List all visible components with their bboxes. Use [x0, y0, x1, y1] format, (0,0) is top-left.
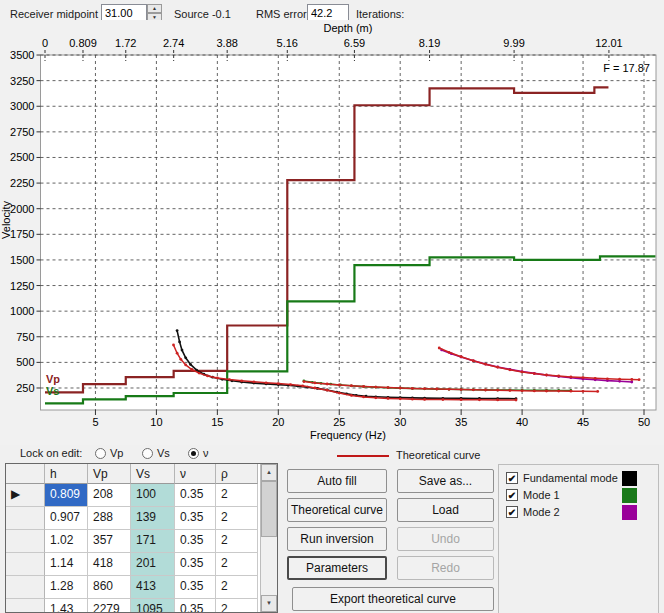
- svg-text:25: 25: [333, 416, 345, 428]
- svg-text:30: 30: [394, 416, 406, 428]
- column-header-2[interactable]: Vs: [131, 464, 175, 484]
- lock-radio-vs[interactable]: Vs: [142, 447, 170, 459]
- svg-text:1750: 1750: [10, 228, 34, 240]
- lock-radio-nu[interactable]: ν: [188, 447, 209, 459]
- table-cell[interactable]: 201: [131, 553, 175, 576]
- f-value-annotation: F = 17.87: [603, 62, 650, 74]
- table-cell[interactable]: 171: [131, 530, 175, 553]
- mode-row-mode-2[interactable]: ✔Mode 2: [506, 504, 651, 520]
- svg-text:3.88: 3.88: [216, 37, 237, 49]
- dispersion-chart: 5101520253035404550250500750100012501500…: [0, 20, 664, 445]
- scroll-up-icon[interactable]: ▲: [261, 464, 277, 481]
- table-cell[interactable]: 860: [88, 576, 131, 599]
- table-cell[interactable]: 139: [131, 507, 175, 530]
- spin-up-icon[interactable]: ▲: [147, 4, 162, 13]
- svg-text:Frequency (Hz): Frequency (Hz): [310, 429, 386, 441]
- svg-text:6.59: 6.59: [344, 37, 365, 49]
- iterations-label: Iterations:: [356, 8, 404, 20]
- mode-color-swatch: [622, 505, 637, 520]
- row-header[interactable]: [6, 599, 45, 613]
- undo-button: Undo: [397, 527, 494, 551]
- mode-row-fundamental-mode[interactable]: ✔Fundamental mode: [506, 470, 651, 486]
- table-cell[interactable]: 418: [88, 553, 131, 576]
- row-header[interactable]: [6, 553, 45, 576]
- checkbox-icon[interactable]: ✔: [506, 506, 518, 518]
- column-header-0[interactable]: h: [45, 464, 88, 484]
- svg-text:1500: 1500: [10, 254, 34, 266]
- table-cell[interactable]: 208: [88, 484, 131, 507]
- column-header-3[interactable]: ν: [175, 464, 216, 484]
- lock-on-edit-label: Lock on edit:: [20, 447, 82, 459]
- theoretical-curve-legend-line: [337, 455, 389, 457]
- svg-text:Velocity: Velocity: [0, 201, 12, 239]
- table-cell[interactable]: 0.35: [175, 507, 216, 530]
- svg-text:15: 15: [211, 416, 223, 428]
- table-cell[interactable]: 357: [88, 530, 131, 553]
- auto-fill-button[interactable]: Auto fill: [287, 469, 387, 493]
- radio-icon[interactable]: [188, 448, 199, 459]
- table-cell[interactable]: 1.14: [45, 553, 88, 576]
- checkbox-icon[interactable]: ✔: [506, 472, 518, 484]
- table-cell[interactable]: 0.35: [175, 530, 216, 553]
- svg-text:2250: 2250: [10, 177, 34, 189]
- table-cell[interactable]: 288: [88, 507, 131, 530]
- scroll-down-icon[interactable]: ▼: [261, 595, 277, 612]
- svg-text:250: 250: [16, 382, 34, 394]
- mode-color-swatch: [622, 488, 637, 503]
- save-as-button[interactable]: Save as...: [397, 469, 494, 493]
- column-header-4[interactable]: ρ: [216, 464, 258, 484]
- table-cell[interactable]: 1.02: [45, 530, 88, 553]
- table-cell[interactable]: 0.35: [175, 484, 216, 507]
- load-button[interactable]: Load: [397, 498, 494, 522]
- table-cell[interactable]: 0.907: [45, 507, 88, 530]
- svg-text:12.01: 12.01: [595, 37, 623, 49]
- checkbox-icon[interactable]: ✔: [506, 489, 518, 501]
- svg-text:20: 20: [272, 416, 284, 428]
- table-cell[interactable]: 413: [131, 576, 175, 599]
- row-header[interactable]: ▶: [6, 484, 45, 507]
- radio-icon[interactable]: [142, 448, 153, 459]
- row-header[interactable]: [6, 507, 45, 530]
- table-cell[interactable]: 0.35: [175, 599, 216, 613]
- table-cell[interactable]: 2: [216, 484, 258, 507]
- table-cell[interactable]: 0.809: [45, 484, 88, 507]
- table-scrollbar[interactable]: ▲▼: [260, 464, 277, 612]
- row-header[interactable]: [6, 530, 45, 553]
- run-inversion-button[interactable]: Run inversion: [287, 527, 387, 551]
- table-cell[interactable]: 0.35: [175, 553, 216, 576]
- row-header[interactable]: [6, 576, 45, 599]
- mode-row-mode-1[interactable]: ✔Mode 1: [506, 487, 651, 503]
- svg-text:3250: 3250: [10, 75, 34, 87]
- table-cell[interactable]: 2279: [88, 599, 131, 613]
- export-theoretical-curve-button[interactable]: Export theoretical curve: [292, 587, 494, 611]
- mode-label: Mode 1: [523, 489, 560, 501]
- svg-text:750: 750: [16, 331, 34, 343]
- svg-text:45: 45: [577, 416, 589, 428]
- table-cell[interactable]: 0.35: [175, 576, 216, 599]
- parameters-button[interactable]: Parameters: [287, 556, 387, 580]
- radio-icon[interactable]: [95, 448, 106, 459]
- table-cell[interactable]: 2: [216, 599, 258, 613]
- column-header-1[interactable]: Vp: [88, 464, 131, 484]
- theoretical-curve-button[interactable]: Theoretical curve: [287, 498, 387, 522]
- receiver-midpoint-label: Receiver midpoint: [10, 8, 98, 20]
- model-table[interactable]: hVpVsνρ▶0.8092081000.3520.9072881390.352…: [5, 463, 278, 613]
- svg-text:10: 10: [150, 416, 162, 428]
- svg-text:2000: 2000: [10, 203, 34, 215]
- radio-label: ν: [203, 447, 209, 459]
- table-cell[interactable]: 2: [216, 530, 258, 553]
- table-corner-header: [6, 464, 45, 484]
- table-cell[interactable]: 2: [216, 553, 258, 576]
- table-cell[interactable]: 2: [216, 576, 258, 599]
- scroll-thumb[interactable]: [261, 481, 277, 537]
- table-cell[interactable]: 100: [131, 484, 175, 507]
- table-cell[interactable]: 1.43: [45, 599, 88, 613]
- table-cell[interactable]: 1.28: [45, 576, 88, 599]
- modes-panel: ✔Fundamental mode✔Mode 1✔Mode 2: [498, 464, 659, 613]
- table-cell[interactable]: 2: [216, 507, 258, 530]
- svg-text:3500: 3500: [10, 49, 34, 61]
- theoretical-curve-legend-label: Theoretical curve: [396, 449, 480, 461]
- table-cell[interactable]: 1095: [131, 599, 175, 613]
- svg-text:5.16: 5.16: [277, 37, 298, 49]
- lock-radio-vp[interactable]: Vp: [95, 447, 123, 459]
